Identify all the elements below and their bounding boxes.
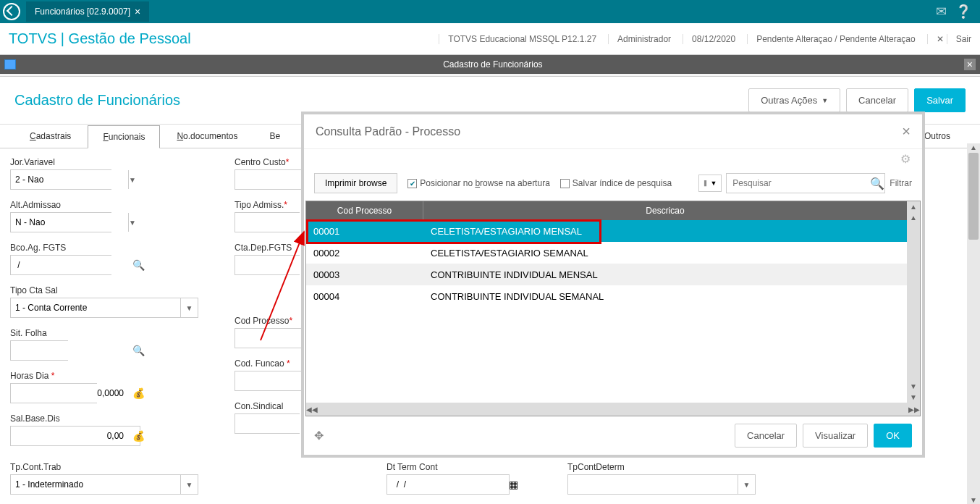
scroll-right-icon[interactable]: ▶▶ bbox=[908, 406, 920, 413]
alt-admissao-label: Alt.Admissao bbox=[10, 200, 198, 210]
search-input-group: 🔍 bbox=[726, 173, 885, 193]
header-bar: TOTVS | Gestão de Pessoal TOTVS Educacio… bbox=[0, 23, 980, 55]
tp-cont-trab-label: Tp.Cont.Trab bbox=[10, 462, 198, 472]
chevron-down-icon[interactable]: ▼ bbox=[180, 298, 198, 317]
chevron-down-icon[interactable]: ▼ bbox=[128, 213, 136, 232]
scroll-thumb[interactable] bbox=[968, 153, 979, 240]
other-actions-button[interactable]: Outras Ações ▼ bbox=[748, 88, 840, 112]
exit-button[interactable]: ✕ Sair bbox=[927, 34, 971, 44]
tab-funcionais[interactable]: Funcionais bbox=[88, 125, 160, 148]
cell-cod: 00004 bbox=[306, 291, 423, 302]
cell-cod: 00003 bbox=[306, 269, 423, 280]
window-title-text: Cadastro de Funcionários bbox=[22, 59, 964, 70]
table-hscrollbar[interactable]: ◀◀ ▶▶ bbox=[306, 403, 920, 416]
modal-view-button[interactable]: Visualizar bbox=[803, 424, 868, 448]
table-row[interactable]: 00004 CONTRIBUINTE INDIVIDUAL SEMANAL bbox=[306, 285, 907, 307]
cancel-button[interactable]: Cancelar bbox=[846, 88, 908, 112]
tp-cont-determ-label: TpContDeterm bbox=[567, 462, 756, 472]
tab-close-icon[interactable]: × bbox=[135, 6, 140, 17]
chevron-down-icon: ▼ bbox=[821, 97, 828, 104]
table-row[interactable]: 00002 CELETISTA/ESTAGIARIO SEMANAL bbox=[306, 242, 907, 264]
cell-cod: 00002 bbox=[306, 248, 423, 259]
search-icon[interactable]: 🔍 bbox=[128, 345, 149, 356]
chevron-down-icon[interactable]: ▼ bbox=[180, 475, 198, 494]
env-label: TOTVS Educacional MSSQL P12.1.27 bbox=[439, 34, 596, 44]
scroll-left-icon[interactable]: ◀◀ bbox=[306, 406, 318, 413]
bco-ag-fgts-label: Bco.Ag. FGTS bbox=[10, 243, 198, 253]
app-title: TOTVS | Gestão de Pessoal bbox=[9, 30, 191, 47]
results-table: Cod Processo Descricao 00001 CELETISTA/E… bbox=[305, 201, 921, 416]
modal-title: Consulta Padrão - Processo bbox=[316, 125, 460, 138]
mdi-window-title: Cadastro de Funcionários × bbox=[0, 55, 980, 74]
search-icon[interactable]: 🔍 bbox=[128, 259, 149, 271]
lookup-modal: Consulta Padrão - Processo × ⚙ Imprimir … bbox=[301, 112, 925, 458]
scroll-down-icon[interactable]: ▼ bbox=[908, 381, 918, 392]
filter-link[interactable]: Filtrar bbox=[890, 178, 912, 188]
calendar-icon[interactable]: ▦ bbox=[504, 479, 523, 490]
cell-desc: CONTRIBUINTE INDIVIDUAL SEMANAL bbox=[423, 291, 907, 302]
search-input[interactable] bbox=[727, 178, 870, 188]
dt-term-cont-input[interactable]: ▦ bbox=[386, 474, 510, 495]
checkbox-checked-icon: ✔ bbox=[407, 179, 417, 188]
tab-documentos[interactable]: No.documentos bbox=[161, 125, 253, 148]
help-icon[interactable]: ❔ bbox=[955, 4, 971, 20]
window-icon bbox=[4, 59, 16, 70]
scroll-down-icon[interactable]: ▼ bbox=[908, 392, 918, 403]
modal-close-icon[interactable]: × bbox=[902, 123, 911, 140]
title-bar: Funcionários [02.9.0007] × ✉ ❔ bbox=[0, 0, 980, 23]
alt-admissao-select[interactable]: ▼ bbox=[10, 212, 111, 232]
columns-icon: ⦀ bbox=[704, 178, 707, 188]
tp-cont-determ-select[interactable]: ▼ bbox=[567, 474, 756, 495]
page-title: Cadastro de Funcionários bbox=[14, 92, 180, 109]
search-icon[interactable]: 🔍 bbox=[870, 177, 884, 190]
sal-base-dis-input[interactable]: 💰 bbox=[10, 426, 140, 446]
sit-folha-label: Sit. Folha bbox=[10, 328, 198, 338]
table-row[interactable]: 00003 CONTRIBUINTE INDIVIDUAL MENSAL bbox=[306, 264, 907, 285]
cell-desc: CELETISTA/ESTAGIARIO SEMANAL bbox=[423, 248, 907, 259]
chevron-down-icon[interactable]: ▼ bbox=[738, 475, 755, 494]
window-close-icon[interactable]: × bbox=[964, 59, 976, 70]
scroll-up-icon[interactable]: ▲ bbox=[970, 143, 977, 151]
col-header-cod[interactable]: Cod Processo bbox=[306, 201, 423, 220]
cta-dep-fgts-input[interactable] bbox=[235, 255, 300, 275]
move-icon[interactable]: ✥ bbox=[314, 429, 324, 442]
tab-beneficios[interactable]: Be bbox=[254, 125, 295, 148]
user-label: Administrador bbox=[608, 34, 671, 44]
money-icon: 💰 bbox=[128, 387, 149, 399]
con-sindical-input[interactable]: 🔍 bbox=[235, 413, 300, 434]
mail-icon[interactable]: ✉ bbox=[936, 4, 947, 20]
col-header-desc[interactable]: Descricao bbox=[423, 201, 907, 220]
modal-ok-button[interactable]: OK bbox=[874, 424, 912, 448]
scroll-down-icon[interactable]: ▼ bbox=[970, 496, 977, 504]
page-scrollbar[interactable]: ▲ ▼ bbox=[967, 143, 980, 504]
table-row[interactable]: 00001 CELETISTA/ESTAGIARIO MENSAL bbox=[306, 220, 907, 242]
tipo-admiss-input[interactable]: 🔍 bbox=[235, 212, 300, 232]
bco-ag-fgts-input[interactable]: 🔍 bbox=[10, 255, 111, 275]
scroll-up-icon[interactable]: ▲ bbox=[908, 212, 918, 223]
modal-cancel-button[interactable]: Cancelar bbox=[735, 424, 797, 448]
horas-dia-label: Horas Dia * bbox=[10, 371, 198, 381]
tab-cadastrais[interactable]: Cadastrais bbox=[14, 125, 86, 148]
jor-variavel-label: Jor.Variavel bbox=[10, 157, 198, 167]
status-label: Pendente Alteraçao / Pendente Alteraçao bbox=[747, 34, 916, 44]
posicionar-checkbox[interactable]: ✔ Posicionar no browse na abertura bbox=[407, 178, 549, 188]
table-vscrollbar[interactable]: ▲ ▲ ▼ ▼ bbox=[907, 201, 920, 403]
salvar-indice-checkbox[interactable]: Salvar índice de pesquisa bbox=[560, 178, 672, 188]
tp-cont-trab-select[interactable]: ▼ bbox=[10, 474, 198, 495]
jor-variavel-select[interactable]: ▼ bbox=[10, 169, 111, 190]
chevron-down-icon[interactable]: ▼ bbox=[128, 170, 136, 189]
print-browse-button[interactable]: Imprimir browse bbox=[314, 173, 397, 193]
tipo-cta-sal-select[interactable]: ▼ bbox=[10, 298, 198, 318]
window-tab[interactable]: Funcionários [02.9.0007] × bbox=[26, 1, 149, 22]
gear-icon[interactable]: ⚙ bbox=[900, 149, 922, 166]
cell-desc: CONTRIBUINTE INDIVIDUAL MENSAL bbox=[423, 269, 907, 280]
horas-dia-input[interactable]: 💰 bbox=[10, 383, 97, 403]
chevron-down-icon: ▼ bbox=[710, 180, 717, 187]
search-mode-dropdown[interactable]: ⦀ ▼ bbox=[698, 175, 722, 192]
dt-term-cont-label: Dt Term Cont bbox=[386, 462, 510, 472]
app-logo-icon[interactable] bbox=[3, 3, 20, 20]
tipo-cta-sal-label: Tipo Cta Sal bbox=[10, 285, 198, 295]
scroll-up-icon[interactable]: ▲ bbox=[908, 201, 918, 212]
sit-folha-input[interactable]: 🔍 bbox=[10, 340, 68, 361]
save-button[interactable]: Salvar bbox=[914, 88, 966, 112]
